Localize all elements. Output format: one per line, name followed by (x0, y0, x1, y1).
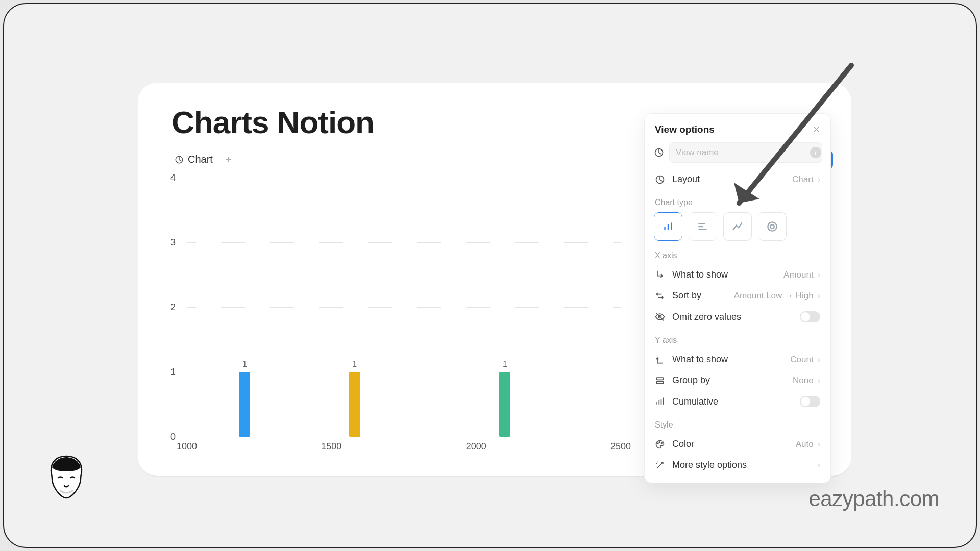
chevron-right-icon: › (818, 376, 820, 385)
layout-value: Chart (792, 174, 814, 185)
chart-type-section-label: Chart type (652, 190, 823, 211)
x-tick: 2000 (466, 441, 486, 452)
xaxis-what-label: What to show (672, 269, 728, 280)
yaxis-cumulative-row[interactable]: Cumulative (652, 391, 823, 412)
svg-point-25 (657, 443, 658, 444)
bar-chart: 012341000150020002500111 (172, 178, 621, 448)
close-icon[interactable]: ✕ (813, 124, 820, 135)
x-tick: 1500 (321, 441, 341, 452)
chart-view-icon (654, 147, 664, 158)
yaxis-group-label: Group by (672, 375, 710, 386)
chart-type-donut[interactable] (758, 212, 787, 241)
xaxis-sort-row[interactable]: Sort by Amount Low → High › (652, 285, 823, 306)
chevron-right-icon: › (818, 461, 820, 470)
chevron-right-icon: › (818, 175, 820, 184)
group-icon (655, 375, 665, 386)
yaxis-cumulative-label: Cumulative (672, 396, 718, 407)
info-icon: i (810, 147, 821, 158)
bar[interactable]: 1 (499, 372, 510, 437)
style-section-label: Style (652, 412, 823, 434)
chart-view-icon (175, 155, 184, 164)
svg-point-15 (768, 222, 776, 231)
bar-value-label: 1 (352, 360, 357, 369)
bar[interactable]: 1 (239, 372, 250, 437)
chevron-right-icon: › (818, 440, 820, 449)
content-card: Charts Notion Chart + New ⌄ (138, 83, 851, 476)
style-color-row[interactable]: Color Auto › (652, 434, 823, 455)
style-more-row[interactable]: More style options › (652, 455, 823, 475)
y-tick: 1 (170, 367, 176, 378)
axis-up-icon (655, 355, 665, 365)
chevron-right-icon: › (818, 355, 820, 364)
watermark: eazypath.com (809, 487, 939, 511)
palette-icon (655, 439, 665, 449)
chart-type-vertical-bar[interactable] (654, 212, 682, 241)
yaxis-group-value: None (793, 375, 814, 386)
chart-type-line[interactable] (723, 212, 752, 241)
xaxis-what-value: Amount (783, 270, 814, 280)
svg-rect-19 (656, 378, 663, 380)
author-avatar (45, 454, 88, 502)
bar-value-label: 1 (503, 360, 507, 369)
bar-value-label: 1 (242, 360, 247, 369)
axis-right-icon (655, 270, 665, 280)
xaxis-omit-row[interactable]: Omit zero values (652, 306, 823, 328)
x-tick: 2500 (610, 441, 631, 452)
xaxis-sort-label: Sort by (672, 290, 701, 301)
layout-icon (655, 174, 665, 185)
yaxis-what-label: What to show (672, 354, 728, 365)
xaxis-omit-label: Omit zero values (672, 312, 741, 322)
panel-title: View options (655, 124, 715, 135)
page-title: Charts Notion (172, 104, 374, 140)
style-color-label: Color (672, 439, 694, 449)
xaxis-sort-value: Amount Low → High (734, 291, 814, 301)
style-more-label: More style options (672, 460, 747, 470)
add-view-button[interactable]: + (221, 151, 236, 168)
y-tick: 3 (170, 237, 176, 248)
wand-icon (655, 460, 665, 470)
yaxis-what-row[interactable]: What to show Count › (652, 349, 823, 370)
svg-point-26 (659, 441, 660, 442)
yaxis-group-row[interactable]: Group by None › (652, 370, 823, 391)
svg-rect-20 (656, 381, 663, 383)
chevron-right-icon: › (818, 270, 820, 280)
y-tick: 0 (170, 432, 176, 442)
y-tick: 2 (170, 302, 176, 313)
window-frame: Charts Notion Chart + New ⌄ (3, 3, 977, 548)
svg-point-16 (770, 224, 774, 229)
svg-point-27 (661, 442, 662, 443)
view-name-input[interactable] (669, 142, 822, 163)
sort-icon (655, 291, 665, 301)
tab-chart[interactable]: Chart (172, 151, 216, 168)
bar[interactable]: 1 (349, 372, 360, 437)
cumulative-toggle[interactable] (800, 396, 820, 407)
xaxis-what-row[interactable]: What to show Amount › (652, 264, 823, 285)
yaxis-what-value: Count (790, 355, 813, 365)
y-tick: 4 (170, 172, 176, 183)
eye-off-icon (655, 312, 665, 322)
omit-zero-toggle[interactable] (800, 311, 820, 322)
cumulative-icon (655, 396, 665, 407)
view-options-panel: View options ✕ i Layout Chart › Chart ty… (644, 113, 831, 483)
xaxis-section-label: X axis (652, 243, 823, 264)
chart-type-options (652, 211, 823, 243)
style-color-value: Auto (796, 439, 814, 449)
x-tick: 1000 (177, 441, 197, 452)
chevron-right-icon: › (818, 291, 820, 300)
chart-type-horizontal-bar[interactable] (689, 212, 717, 241)
tab-chart-label: Chart (188, 154, 213, 165)
yaxis-section-label: Y axis (652, 328, 823, 349)
layout-label: Layout (672, 174, 700, 185)
layout-row[interactable]: Layout Chart › (652, 169, 823, 190)
